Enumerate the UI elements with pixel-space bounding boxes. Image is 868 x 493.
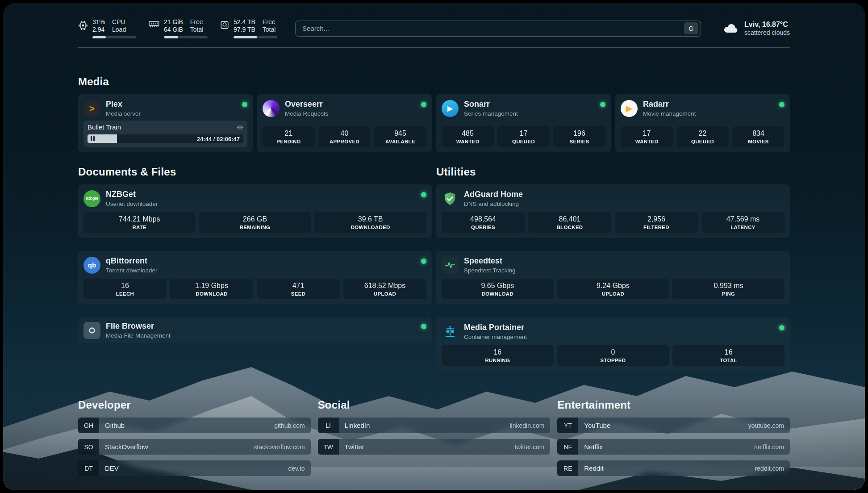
header-divider <box>78 47 790 48</box>
service-subtitle: Usenet downloader <box>106 201 158 207</box>
service-subtitle: Container management <box>464 334 527 340</box>
bookmark-netflix[interactable]: NF Netflix netflix.com <box>557 439 790 455</box>
bookmark-url: reddit.com <box>755 460 790 476</box>
service-name: NZBGet <box>106 190 158 199</box>
service-subtitle: DNS and adblocking <box>464 201 523 207</box>
qbittorrent-icon: qb <box>83 257 100 274</box>
stat-blocked: 86,401 BLOCKED <box>528 212 611 233</box>
stat-running: 16 RUNNING <box>442 345 554 366</box>
service-card-radarr[interactable]: ▶ Radarr Movie management 17 WANTED <box>615 94 790 152</box>
section-title-media: Media <box>78 75 790 88</box>
service-card-filebrowser[interactable]: File Browser Media File Management <box>78 318 432 343</box>
bookmark-twitter[interactable]: TW Twitter twitter.com <box>318 439 551 455</box>
service-card-portainer[interactable]: Media Portainer Container management 16 … <box>436 318 790 371</box>
service-card-overseerr[interactable]: Overseerr Media Requests 21 PENDING <box>257 94 432 152</box>
service-card-nzbget[interactable]: nzbget NZBGet Usenet downloader 744.21 M… <box>78 184 432 238</box>
gear-icon[interactable] <box>237 124 243 131</box>
radarr-icon: ▶ <box>621 100 638 117</box>
stat-ping: 0.993 ms PING <box>672 279 785 299</box>
playback-time: 24:44 / 02:06:47 <box>197 136 240 142</box>
stat-upload: 9.24 Gbps UPLOAD <box>557 279 669 299</box>
bookmark-url: github.com <box>274 418 310 433</box>
memory-free-value: 21 GiB <box>164 18 183 26</box>
bookmark-url: dev.to <box>288 460 311 476</box>
section-utilities: Utilities <box>436 166 790 371</box>
dashboard-content: 31% 2.94 CPU Load <box>3 3 865 490</box>
memory-readout: 21 GiB 64 GiB Free Total <box>164 18 208 38</box>
service-card-sonarr[interactable]: ▶ Sonarr Series management 485 WANTED <box>436 94 611 152</box>
service-name: Media Portainer <box>464 323 527 332</box>
service-card-speedtest[interactable]: Speedtest Speedtest Tracking 9.65 Gbps D… <box>436 251 790 305</box>
stat-stopped: 0 STOPPED <box>557 345 669 366</box>
stat-total: 16 TOTAL <box>672 345 785 366</box>
now-playing-title: Bullet Train <box>88 124 121 131</box>
stat-download: 9.65 Gbps DOWNLOAD <box>442 279 554 299</box>
search-provider-button[interactable]: G <box>684 22 698 34</box>
stat-wanted: 485 WANTED <box>442 126 494 147</box>
cpu-icon <box>78 21 88 30</box>
stat-approved: 40 APPROVED <box>318 126 371 147</box>
service-card-adguard[interactable]: AdGuard Home DNS and adblocking 498,564 … <box>436 184 790 238</box>
service-subtitle: Speedtest Tracking <box>464 267 516 274</box>
section-title-entertainment: Entertainment <box>557 399 790 411</box>
disk-widget: 52.4 TB 97.9 TB Free Total <box>220 18 277 38</box>
plex-icon: > <box>83 100 100 117</box>
stat-latency: 47.569 ms LATENCY <box>701 212 785 233</box>
service-name: AdGuard Home <box>464 190 523 199</box>
snow-specks <box>3 3 4 4</box>
bookmark-reddit[interactable]: RE Reddit reddit.com <box>557 460 790 476</box>
cloud-icon <box>722 22 739 34</box>
bookmark-dev[interactable]: DT DEV dev.to <box>78 460 311 476</box>
bookmark-url: linkedin.com <box>510 418 551 433</box>
stat-pending: 21 PENDING <box>263 126 315 147</box>
search-input[interactable] <box>301 24 684 33</box>
bookmark-linkedin[interactable]: LI LinkedIn linkedin.com <box>318 418 551 433</box>
top-bar: 31% 2.94 CPU Load <box>78 3 790 38</box>
bookmark-abbr: TW <box>318 439 339 455</box>
bookmark-abbr: RE <box>557 460 578 476</box>
service-name: Overseerr <box>285 100 329 109</box>
status-dot <box>421 324 426 329</box>
bookmark-youtube[interactable]: YT YouTube youtube.com <box>557 418 790 433</box>
stat-filtered: 2,956 FILTERED <box>615 212 698 233</box>
filebrowser-icon <box>83 322 100 339</box>
bookmark-abbr: YT <box>557 418 578 433</box>
stat-wanted: 17 WANTED <box>621 126 673 147</box>
search-bar[interactable]: G <box>295 21 701 37</box>
weather-widget: Lviv, 16.87°C scattered clouds <box>722 20 790 37</box>
portainer-icon <box>442 323 459 340</box>
stat-downloaded: 39.6 TB DOWNLOADED <box>314 212 426 233</box>
stat-series: 196 SERIES <box>553 126 605 147</box>
stat-movies: 834 MOVIES <box>732 126 785 147</box>
service-card-plex[interactable]: > Plex Media server Bullet Train <box>78 94 253 152</box>
pause-icon[interactable] <box>91 136 95 141</box>
section-title-utilities: Utilities <box>436 166 790 178</box>
bookmark-url: stackoverflow.com <box>254 439 310 455</box>
stat-leech: 16 LEECH <box>83 279 167 299</box>
stat-available: 945 AVAILABLE <box>374 126 426 147</box>
cpu-load-value: 2.94 <box>92 26 105 33</box>
bookmark-url: netflix.com <box>754 439 790 455</box>
section-title-developer: Developer <box>78 399 311 411</box>
bookmark-stackoverflow[interactable]: SO StackOverflow stackoverflow.com <box>78 439 311 455</box>
stat-download: 1.19 Gbps DOWNLOAD <box>170 279 253 299</box>
bookmark-name: StackOverflow <box>99 439 148 455</box>
disk-total-value: 97.9 TB <box>234 26 255 33</box>
stat-queued: 17 QUEUED <box>497 126 550 147</box>
stat-queries: 498,564 QUERIES <box>442 212 525 233</box>
resource-widgets: 31% 2.94 CPU Load <box>78 18 290 38</box>
ram-icon <box>149 21 159 28</box>
section-title-documents: Documents & Files <box>78 166 432 178</box>
bookmark-url: twitter.com <box>514 439 550 455</box>
disk-total-label: Total <box>263 26 276 33</box>
weather-condition: scattered clouds <box>744 29 790 37</box>
bookmark-github[interactable]: GH Github github.com <box>78 418 311 433</box>
status-dot <box>779 325 785 330</box>
disk-readout: 52.4 TB 97.9 TB Free Total <box>234 18 277 38</box>
playback-progress[interactable]: 24:44 / 02:06:47 <box>88 134 243 143</box>
service-card-qbittorrent[interactable]: qb qBittorrent Torrent downloader 16 LEE… <box>78 251 432 305</box>
disk-progress-bar <box>234 36 277 38</box>
disk-icon <box>220 21 229 29</box>
cpu-progress-bar <box>92 36 136 38</box>
bookmark-group-entertainment: Entertainment YT YouTube youtube.com NF … <box>557 399 790 482</box>
